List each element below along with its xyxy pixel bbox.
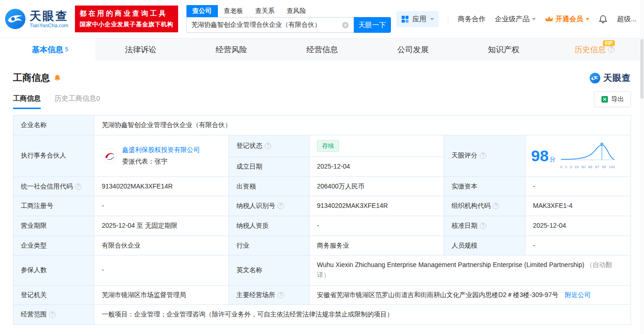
tianyancha-logo[interactable]: 天眼查 TianYanCha.com [5, 8, 68, 30]
apps-menu[interactable]: 应用 [396, 11, 439, 27]
field-label-business-scope: 经营范围? [13, 305, 94, 325]
nav-enterprise-products[interactable]: 企业级产品 [495, 15, 536, 24]
field-value-business-scope: 一般项目：企业管理；企业管理咨询（除许可业务外，可自主依法经营法律法规非禁止或限… [94, 305, 631, 325]
field-label-english-name: 英文名称 [229, 255, 310, 285]
help-icon[interactable]: ? [493, 203, 499, 209]
monitor-bell-icon[interactable] [54, 74, 61, 82]
search-tab-boss[interactable]: 查老板 [218, 5, 249, 17]
tab-operation-risk[interactable]: 经营风险 [186, 38, 277, 61]
tab-basic-info[interactable]: 基本信息5 [5, 38, 95, 61]
nav-business-cooperation[interactable]: 商务合作 [458, 15, 485, 24]
notification-bell-icon[interactable] [599, 15, 607, 24]
vertical-scrollbar[interactable] [640, 0, 644, 334]
field-value-staff-size: - [526, 236, 631, 255]
tianyancha-watermark: 天眼查 [589, 72, 631, 84]
field-label-established-date: 成立日期 [229, 157, 310, 176]
header-nav: 应用 商务合作 企业级产品 开通会员 超级... [396, 11, 637, 27]
field-value-tianyan-score: 98分 0131550859799100 [526, 135, 631, 176]
enterprise-products-label: 企业级产品 [495, 15, 529, 24]
export-button[interactable]: 导出 [594, 91, 631, 107]
promo-line1: 都在用的商业查询工具 [80, 9, 173, 18]
field-value-taxpayer-quality: - [310, 216, 444, 236]
field-value-industry: 商务服务业 [310, 236, 444, 255]
field-value-business-address: 安徽省芜湖市镜湖区范罗山街道吉和街雨耕山文化产业园内思楼D2＃楼3楼-309-9… [310, 285, 631, 305]
field-value-registration-status: 存续 [310, 135, 444, 157]
field-value-established-date: 2025-12-04 [310, 157, 444, 176]
tab-legal-proceedings[interactable]: 法律诉讼 [95, 38, 186, 61]
vip-badge: VIP [603, 40, 615, 46]
chevron-down-icon [532, 18, 536, 20]
field-label-business-address: 主要经营场所? [229, 285, 310, 305]
apps-label: 应用 [412, 15, 426, 24]
field-label-industry: 行业 [229, 236, 310, 255]
field-label-registration-status: 登记状态? [229, 135, 310, 157]
help-icon[interactable]: ? [75, 183, 81, 190]
field-label-paid-capital: 实缴资本 [444, 176, 526, 196]
field-label-company-type: 企业类型 [13, 236, 94, 255]
nearby-companies-link[interactable]: 附近公司 [565, 291, 591, 298]
search-tab-relation[interactable]: 查关系 [249, 5, 281, 17]
open-vip-label: 开通会员 [555, 15, 583, 24]
search-tab-company[interactable]: 查公司 [186, 5, 218, 17]
search-input[interactable]: 芜湖协鑫智创企业管理合伙企业（有限合伙） [186, 17, 354, 33]
tab-operation-info[interactable]: 经营信息 [277, 38, 367, 61]
help-icon[interactable]: ? [278, 203, 284, 209]
field-label-tianyan-score: 天眼评分? [444, 135, 526, 176]
nav-super-vip[interactable]: 超级... [617, 15, 637, 24]
help-icon[interactable]: ? [480, 223, 486, 229]
field-label-business-term: 营业期限 [13, 216, 94, 236]
field-value-english-name: Wuhu Xiexin Zhichuang Enterprise Managem… [310, 255, 631, 285]
scrollbar-thumb[interactable] [640, 39, 644, 99]
tab-company-development[interactable]: 公司发展 [368, 38, 458, 61]
field-value-capital: 206400万人民币 [310, 176, 444, 196]
brand-name: 天眼查 [30, 10, 68, 22]
tab-history-info[interactable]: VIP 历史信息 ? [549, 38, 640, 61]
field-value-insured-count: - [94, 255, 229, 285]
tianyancha-logo-icon [589, 73, 601, 84]
subtabs: 工商信息 历史工商信息0 [13, 94, 100, 109]
help-icon[interactable]: ? [608, 46, 614, 53]
tab-basic-info-label: 基本信息 [32, 44, 63, 55]
business-info-table: 企业名称 芜湖协鑫智创企业管理合伙企业（有限合伙） 执行事务合伙人 鑫盛利保股权… [13, 115, 631, 325]
field-value-approval-date: 2025-12-04 [526, 216, 631, 236]
field-label-credit-code: 统一社会信用代码? [13, 176, 94, 196]
tab-basic-info-count: 5 [65, 46, 68, 53]
subtab-business-info[interactable]: 工商信息 [13, 94, 41, 109]
field-value-company-name: 芜湖协鑫智创企业管理合伙企业（有限合伙） [94, 115, 631, 135]
field-value-registration-number: - [94, 196, 229, 216]
field-label-taxpayer-id: 纳税人识别号? [229, 196, 310, 216]
search-button[interactable]: 天眼一下 [354, 17, 391, 33]
status-badge: 存续 [317, 140, 339, 152]
partner-company-logo [102, 148, 118, 164]
field-value-taxpayer-id: 91340202MAK3XFE14R [310, 196, 444, 216]
search-area: 查公司 查老板 查关系 查风险 芜湖协鑫智创企业管理合伙企业（有限合伙） 天眼一… [186, 5, 391, 33]
tab-intellectual-property[interactable]: 知识产权 [458, 38, 549, 61]
promo-banner: 都在用的商业查询工具 国家中小企业发展子基金旗下机构 [75, 6, 178, 32]
divider [448, 14, 448, 24]
field-label-insured-count: 参保人数 [13, 255, 94, 285]
field-value-business-term: 2025-12-04 至 无固定期限 [94, 216, 229, 236]
field-value-org-code: MAK3XFE1-4 [526, 196, 631, 216]
nav-open-vip[interactable]: 开通会员 [545, 15, 589, 24]
watermark-label: 天眼查 [603, 72, 631, 84]
field-value-credit-code: 91340202MAK3XFE14R [94, 176, 229, 196]
field-label-taxpayer-quality: 纳税人资质 [229, 216, 310, 236]
section-title: 工商信息 [13, 72, 50, 84]
score-unit: 分 [550, 156, 556, 163]
help-icon[interactable]: ? [265, 143, 271, 149]
help-icon[interactable]: ? [278, 292, 284, 298]
chevron-down-icon [430, 18, 434, 20]
partner-representative: 委派代表：张宇 [122, 157, 200, 167]
partner-company-link[interactable]: 鑫盛利保股权投资有限公司 [122, 146, 200, 153]
excel-icon [601, 96, 608, 103]
subtab-history-business-info[interactable]: 历史工商信息0 [55, 94, 100, 109]
field-label-company-name: 企业名称 [13, 115, 94, 135]
help-icon[interactable]: ? [480, 152, 486, 159]
field-value-executive-partner: 鑫盛利保股权投资有限公司 委派代表：张宇 [94, 135, 229, 176]
brand-domain: TianYanCha.com [30, 23, 68, 28]
field-label-org-code: 组织机构代码? [444, 196, 526, 216]
promo-line2: 国家中小企业发展子基金旗下机构 [80, 20, 173, 29]
search-tab-risk[interactable]: 查风险 [281, 5, 312, 17]
help-icon[interactable]: ? [49, 311, 56, 318]
clear-icon[interactable] [342, 22, 349, 29]
